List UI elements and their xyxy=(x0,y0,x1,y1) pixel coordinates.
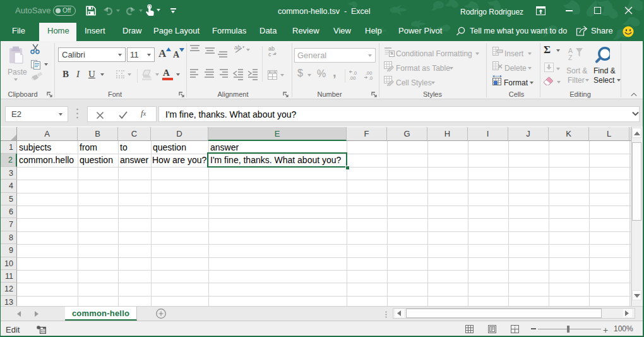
svg-text:c: c xyxy=(268,51,271,57)
svg-text:Z: Z xyxy=(568,54,573,61)
svg-text:.0: .0 xyxy=(369,75,373,81)
svg-text:.00: .00 xyxy=(349,75,355,81)
